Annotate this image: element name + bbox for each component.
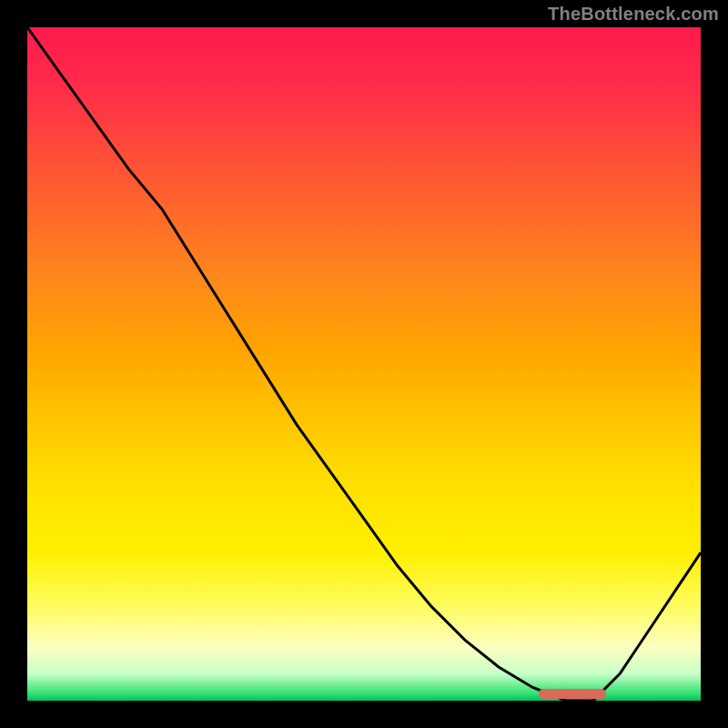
- attribution-label: TheBottleneck.com: [548, 4, 719, 25]
- chart-container: TheBottleneck.com: [0, 0, 728, 728]
- line-curve: [27, 27, 701, 701]
- trough-marker: [539, 689, 606, 699]
- curve-path: [27, 27, 701, 701]
- plot-area: [27, 27, 701, 701]
